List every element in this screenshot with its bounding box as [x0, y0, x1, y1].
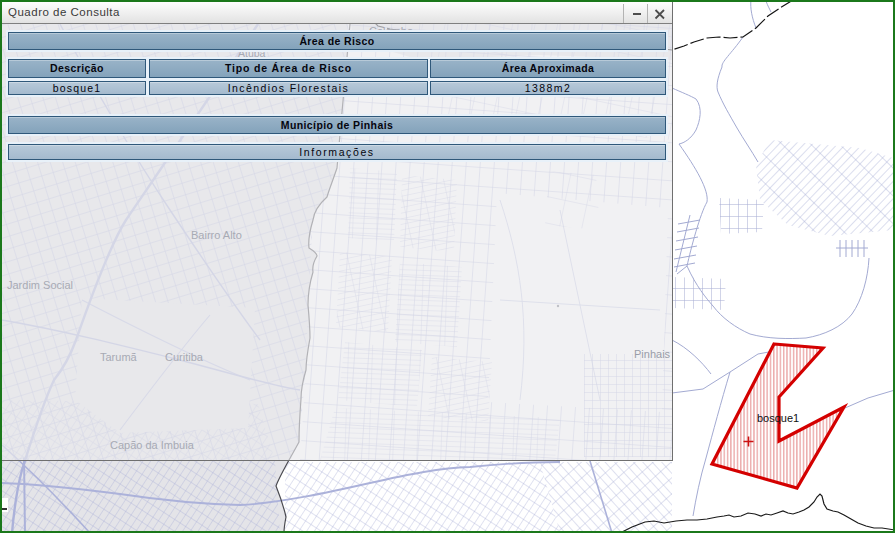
svg-text:bosque1: bosque1 — [757, 412, 799, 424]
